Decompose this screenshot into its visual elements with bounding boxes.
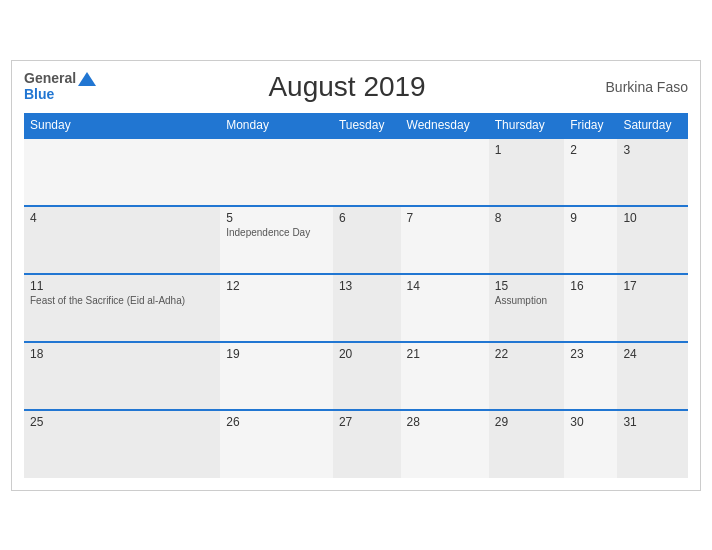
table-row: 5Independence Day xyxy=(220,206,333,274)
calendar-grid: Sunday Monday Tuesday Wednesday Thursday… xyxy=(24,113,688,478)
calendar-week-row: 11Feast of the Sacrifice (Eid al-Adha)12… xyxy=(24,274,688,342)
table-row: 6 xyxy=(333,206,401,274)
day-number: 18 xyxy=(30,347,214,361)
header-thursday: Thursday xyxy=(489,113,564,138)
calendar-body: 12345Independence Day67891011Feast of th… xyxy=(24,138,688,478)
calendar-header: General Blue August 2019 Burkina Faso xyxy=(24,71,688,103)
day-number: 25 xyxy=(30,415,214,429)
header-tuesday: Tuesday xyxy=(333,113,401,138)
calendar-week-row: 25262728293031 xyxy=(24,410,688,478)
table-row: 27 xyxy=(333,410,401,478)
day-number: 21 xyxy=(407,347,483,361)
header-wednesday: Wednesday xyxy=(401,113,489,138)
table-row: 8 xyxy=(489,206,564,274)
day-number: 6 xyxy=(339,211,395,225)
day-number: 3 xyxy=(623,143,682,157)
table-row: 7 xyxy=(401,206,489,274)
day-number: 22 xyxy=(495,347,558,361)
table-row: 16 xyxy=(564,274,617,342)
day-number: 19 xyxy=(226,347,327,361)
table-row: 30 xyxy=(564,410,617,478)
table-row: 25 xyxy=(24,410,220,478)
day-number: 1 xyxy=(495,143,558,157)
weekday-header-row: Sunday Monday Tuesday Wednesday Thursday… xyxy=(24,113,688,138)
table-row: 11Feast of the Sacrifice (Eid al-Adha) xyxy=(24,274,220,342)
table-row: 17 xyxy=(617,274,688,342)
day-number: 23 xyxy=(570,347,611,361)
day-number: 12 xyxy=(226,279,327,293)
header-monday: Monday xyxy=(220,113,333,138)
table-row: 1 xyxy=(489,138,564,206)
table-row: 20 xyxy=(333,342,401,410)
country-name: Burkina Faso xyxy=(598,79,688,95)
table-row: 29 xyxy=(489,410,564,478)
logo: General Blue xyxy=(24,71,96,102)
day-number: 27 xyxy=(339,415,395,429)
table-row: 24 xyxy=(617,342,688,410)
day-number: 8 xyxy=(495,211,558,225)
day-number: 24 xyxy=(623,347,682,361)
table-row: 13 xyxy=(333,274,401,342)
table-row: 14 xyxy=(401,274,489,342)
table-row: 18 xyxy=(24,342,220,410)
day-number: 14 xyxy=(407,279,483,293)
day-number: 29 xyxy=(495,415,558,429)
table-row: 3 xyxy=(617,138,688,206)
header-sunday: Sunday xyxy=(24,113,220,138)
table-row xyxy=(24,138,220,206)
day-number: 10 xyxy=(623,211,682,225)
table-row: 15Assumption xyxy=(489,274,564,342)
holiday-label: Independence Day xyxy=(226,227,310,238)
day-number: 5 xyxy=(226,211,327,225)
day-number: 30 xyxy=(570,415,611,429)
calendar-container: General Blue August 2019 Burkina Faso Su… xyxy=(11,60,701,491)
table-row: 9 xyxy=(564,206,617,274)
logo-general-text: General xyxy=(24,71,76,86)
day-number: 15 xyxy=(495,279,558,293)
day-number: 11 xyxy=(30,279,214,293)
day-number: 7 xyxy=(407,211,483,225)
day-number: 17 xyxy=(623,279,682,293)
table-row: 26 xyxy=(220,410,333,478)
day-number: 4 xyxy=(30,211,214,225)
table-row xyxy=(333,138,401,206)
holiday-label: Assumption xyxy=(495,295,547,306)
logo-blue-text: Blue xyxy=(24,87,96,102)
header-friday: Friday xyxy=(564,113,617,138)
day-number: 20 xyxy=(339,347,395,361)
calendar-week-row: 123 xyxy=(24,138,688,206)
table-row: 12 xyxy=(220,274,333,342)
table-row xyxy=(220,138,333,206)
calendar-week-row: 18192021222324 xyxy=(24,342,688,410)
table-row: 31 xyxy=(617,410,688,478)
table-row: 21 xyxy=(401,342,489,410)
day-number: 28 xyxy=(407,415,483,429)
table-row: 2 xyxy=(564,138,617,206)
day-number: 26 xyxy=(226,415,327,429)
logo-triangle-icon xyxy=(78,72,96,86)
table-row: 4 xyxy=(24,206,220,274)
table-row: 19 xyxy=(220,342,333,410)
table-row: 10 xyxy=(617,206,688,274)
day-number: 31 xyxy=(623,415,682,429)
table-row: 22 xyxy=(489,342,564,410)
table-row: 23 xyxy=(564,342,617,410)
svg-marker-0 xyxy=(78,72,96,86)
table-row xyxy=(401,138,489,206)
day-number: 9 xyxy=(570,211,611,225)
holiday-label: Feast of the Sacrifice (Eid al-Adha) xyxy=(30,295,185,306)
day-number: 16 xyxy=(570,279,611,293)
day-number: 13 xyxy=(339,279,395,293)
calendar-week-row: 45Independence Day678910 xyxy=(24,206,688,274)
calendar-title: August 2019 xyxy=(96,71,598,103)
header-saturday: Saturday xyxy=(617,113,688,138)
day-number: 2 xyxy=(570,143,611,157)
table-row: 28 xyxy=(401,410,489,478)
